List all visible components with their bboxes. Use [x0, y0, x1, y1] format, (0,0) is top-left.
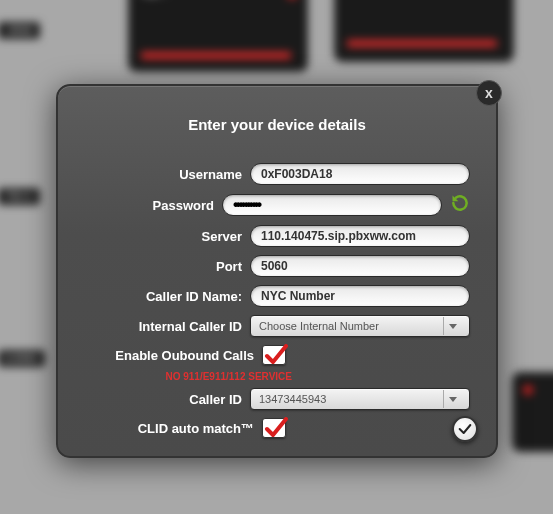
device-form: Username Password Server Port [84, 163, 470, 438]
port-input[interactable] [250, 255, 470, 277]
caller-id-value: 13473445943 [259, 393, 326, 405]
enable-outbound-checkbox[interactable] [262, 345, 286, 365]
internal-caller-id-select[interactable]: Choose Internal Number [250, 315, 470, 337]
caller-id-select[interactable]: 13473445943 [250, 388, 470, 410]
submit-button[interactable] [452, 416, 478, 442]
label-internal-caller-id: Internal Caller ID [84, 319, 250, 334]
internal-caller-id-value: Choose Internal Number [259, 320, 379, 332]
username-input[interactable] [250, 163, 470, 185]
label-caller-id-name: Caller ID Name: [84, 289, 250, 304]
chevron-down-icon [443, 317, 461, 335]
label-enable-outbound: Enable Oubound Calls [84, 348, 262, 363]
label-password: Password [84, 198, 222, 213]
label-username: Username [84, 167, 250, 182]
close-button[interactable]: x [476, 80, 502, 106]
check-icon [457, 421, 473, 437]
chevron-down-icon [443, 390, 461, 408]
caller-id-name-input[interactable] [250, 285, 470, 307]
label-server: Server [84, 229, 250, 244]
modal-title: Enter your device details [84, 116, 470, 133]
no-911-warning: NO 911/E911/112 SERVICE [84, 371, 470, 382]
password-input[interactable] [222, 194, 442, 216]
label-caller-id: Caller ID [84, 392, 250, 407]
label-clid-auto: CLID auto match™ [84, 421, 262, 436]
server-input[interactable] [250, 225, 470, 247]
label-port: Port [84, 259, 250, 274]
refresh-icon[interactable] [450, 193, 470, 217]
clid-auto-checkbox[interactable] [262, 418, 286, 438]
device-details-modal: x Enter your device details Username Pas… [56, 84, 498, 458]
